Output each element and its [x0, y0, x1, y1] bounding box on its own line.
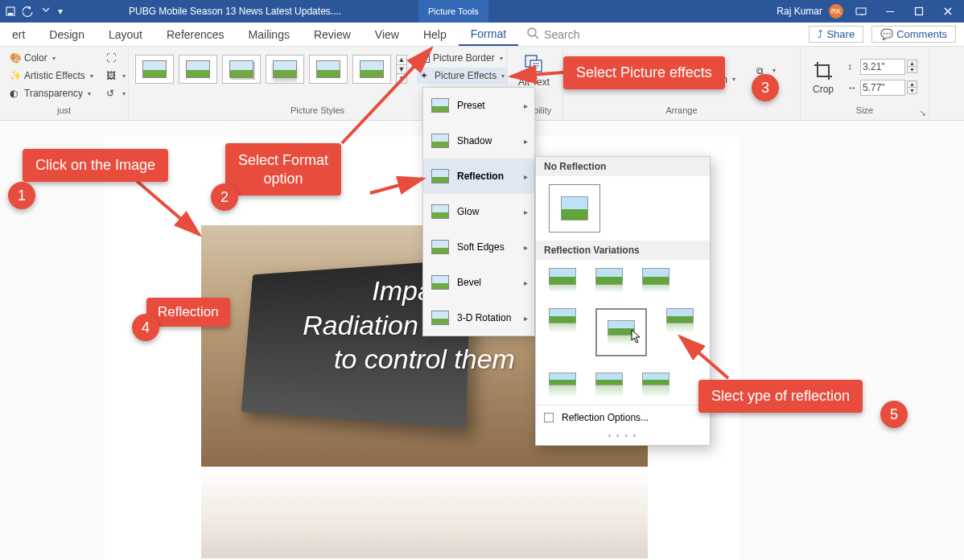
reflection-variation[interactable] [549, 308, 576, 332]
annotation-3: Select Picture effects [563, 56, 725, 89]
no-reflection-option[interactable] [549, 184, 600, 233]
svg-point-5 [528, 28, 536, 36]
crop-button[interactable]: Crop [807, 56, 839, 98]
reflection-variation[interactable] [642, 373, 669, 397]
tab-format[interactable]: Format [459, 23, 518, 46]
compress-icon: ⛶ [106, 52, 117, 64]
style-thumb[interactable] [222, 55, 261, 84]
effects-3d-rotation[interactable]: 3-D Rotation▸ [423, 300, 534, 336]
annotation-badge-3: 3 [752, 74, 779, 101]
spinner-up-icon[interactable]: ▲ [908, 60, 917, 66]
annotation-badge-2: 2 [211, 183, 238, 211]
annotation-badge-5: 5 [880, 401, 908, 428]
alt-text-icon [523, 53, 546, 76]
resize-grip-icon[interactable]: • • • • [536, 430, 710, 445]
document-title: PUBG Mobile Season 13 News Latest Update… [129, 6, 341, 17]
annotation-4: Reflection [146, 298, 230, 327]
checkbox-icon [544, 413, 554, 422]
picture-border-button[interactable]: Picture Border▾ [417, 50, 508, 66]
reflection-variation[interactable] [595, 373, 623, 397]
effects-glow[interactable]: Glow▸ [423, 194, 534, 229]
close-icon[interactable] [937, 0, 959, 23]
variations-header: Reflection Variations [536, 241, 710, 260]
gallery-more-icon[interactable]: ▾ [397, 73, 406, 83]
image-reflection [201, 470, 648, 558]
reflection-variation[interactable] [666, 308, 694, 332]
search-icon[interactable] [526, 27, 539, 42]
height-icon: ↕ [847, 61, 859, 72]
search-input[interactable]: Search [544, 28, 579, 41]
comment-icon: 💬 [880, 28, 893, 40]
crop-icon [812, 60, 834, 82]
user-name[interactable]: Raj Kumar [777, 6, 822, 17]
reflection-variation[interactable] [595, 268, 623, 292]
artistic-effects-button[interactable]: ✨Artistic Effects▾ [6, 68, 97, 84]
picture-tools-tab[interactable]: Picture Tools [418, 0, 488, 23]
reflection-variation[interactable] [549, 268, 576, 292]
annotation-badge-4: 4 [132, 314, 159, 341]
arrange-group-label: Arrange [570, 104, 793, 117]
spinner-down-icon[interactable]: ▼ [908, 87, 917, 93]
picture-styles-gallery[interactable]: ▲ ▼ ▾ [135, 50, 407, 84]
transparency-button[interactable]: ◐Transparency▾ [6, 85, 97, 101]
annotation-5: Slect ype of reflection [698, 380, 863, 413]
save-icon[interactable] [5, 6, 16, 17]
avatar[interactable]: RK [829, 4, 843, 19]
tab-design[interactable]: Design [37, 23, 97, 46]
style-thumb[interactable] [266, 55, 304, 84]
width-icon: ↔ [847, 82, 859, 93]
reflection-variation[interactable] [642, 268, 669, 292]
title-bar: ▾ PUBG Mobile Season 13 News Latest Upda… [0, 0, 964, 23]
style-thumb[interactable] [179, 55, 217, 84]
effects-shadow[interactable]: Shadow▸ [423, 123, 534, 159]
tab-insert[interactable]: ert [0, 23, 37, 46]
undo-icon[interactable] [23, 6, 34, 17]
spinner-up-icon[interactable]: ▲ [908, 81, 917, 87]
tab-references[interactable]: References [154, 23, 237, 46]
tab-layout[interactable]: Layout [97, 23, 154, 46]
artistic-icon: ✨ [10, 70, 21, 81]
change-picture-button[interactable]: 🖼▾ [103, 68, 129, 84]
style-thumb[interactable] [135, 55, 174, 84]
effects-bevel[interactable]: Bevel▸ [423, 265, 534, 300]
redo-icon[interactable] [40, 6, 51, 17]
width-input[interactable]: 5.77" [860, 80, 905, 96]
style-thumb[interactable] [309, 55, 348, 84]
gallery-down-icon[interactable]: ▼ [397, 64, 406, 74]
ribbon-options-icon[interactable] [850, 0, 872, 23]
reset-picture-button[interactable]: ↺▾ [103, 85, 129, 101]
reflection-variation[interactable] [549, 373, 576, 397]
alt-text-button[interactable]: Alt Text [513, 50, 554, 91]
color-button[interactable]: 🎨Color▾ [6, 50, 97, 66]
style-thumb[interactable] [352, 55, 391, 84]
svg-rect-2 [856, 8, 866, 14]
share-button[interactable]: ⤴Share [809, 26, 863, 43]
effects-preset[interactable]: Preset▸ [423, 88, 534, 123]
tab-review[interactable]: Review [302, 23, 363, 46]
comments-button[interactable]: 💬Comments [871, 26, 956, 43]
height-input[interactable]: 3.21" [860, 59, 905, 75]
svg-rect-3 [886, 11, 894, 12]
picture-effects-button[interactable]: ✦Picture Effects▾ [417, 68, 508, 84]
effects-icon: ✦ [420, 70, 431, 81]
annotation-badge-1: 1 [8, 182, 35, 209]
maximize-icon[interactable] [908, 0, 930, 23]
tab-view[interactable]: View [363, 23, 411, 46]
gallery-up-icon[interactable]: ▲ [397, 56, 406, 64]
tab-help[interactable]: Help [411, 23, 459, 46]
size-group-label: Size [807, 104, 922, 117]
tab-mailings[interactable]: Mailings [237, 23, 302, 46]
spinner-down-icon[interactable]: ▼ [908, 66, 917, 72]
svg-rect-1 [8, 13, 13, 15]
change-pic-icon: 🖼 [106, 70, 117, 81]
effects-soft-edges[interactable]: Soft Edges▸ [423, 229, 534, 265]
dialog-launcher-icon[interactable]: ↘ [919, 108, 926, 118]
cursor-icon [631, 329, 642, 344]
minimize-icon[interactable] [879, 0, 901, 23]
border-icon [420, 53, 430, 63]
svg-rect-4 [916, 8, 923, 15]
adjust-group-label: just [6, 104, 122, 117]
compress-button[interactable]: ⛶ [103, 50, 129, 66]
reflection-options-button[interactable]: Reflection Options... [536, 405, 710, 430]
effects-reflection[interactable]: Reflection▸ [423, 159, 534, 194]
